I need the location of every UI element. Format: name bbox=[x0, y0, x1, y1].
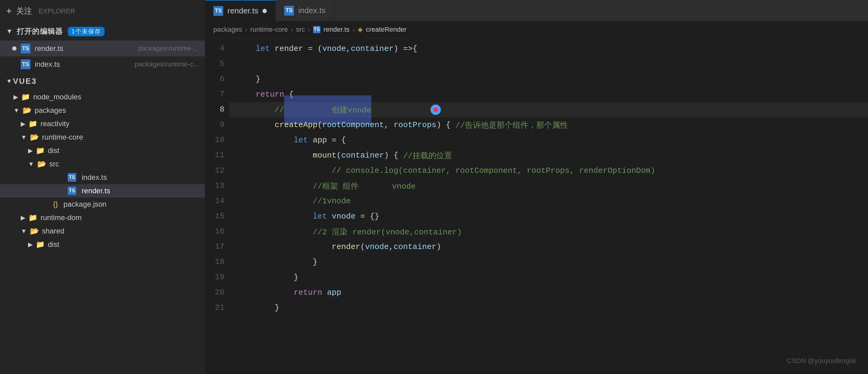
explorer-tree: ▼ VUE3 ▶ 📁 node_modules ▼ 📂 packages ▶ 📁… bbox=[0, 72, 205, 374]
add-icon[interactable]: + bbox=[6, 5, 12, 17]
line-num-9: 9 bbox=[210, 117, 224, 133]
line-num-13: 13 bbox=[210, 178, 224, 193]
dist-shared-chevron-icon: ▶ bbox=[28, 241, 33, 248]
breadcrumb-sep3: › bbox=[308, 26, 310, 33]
code-token: rootComponent bbox=[322, 120, 384, 129]
code-token: app = { bbox=[308, 136, 346, 145]
code-token: } bbox=[237, 75, 260, 84]
dist-shared-folder-icon: 📁 bbox=[36, 240, 45, 249]
sidebar-item-package-json[interactable]: {} package.json bbox=[0, 197, 205, 211]
sidebar-item-index-ts[interactable]: TS index.ts bbox=[0, 171, 205, 184]
code-token: vnode bbox=[332, 212, 355, 221]
line-num-15: 15 bbox=[210, 209, 224, 224]
code-token: ) { bbox=[436, 120, 455, 129]
code-content[interactable]: let render = ( vnode , container ) =>{ }… bbox=[229, 38, 868, 374]
breadcrumb-src[interactable]: src bbox=[296, 26, 305, 34]
open-filename-index: index.ts bbox=[35, 60, 130, 69]
code-token: let bbox=[255, 44, 270, 53]
tab-index-ts-icon: TS bbox=[284, 6, 294, 15]
code-token: , bbox=[346, 44, 351, 53]
sidebar-item-shared[interactable]: ▼ 📂 shared bbox=[0, 224, 205, 238]
code-editor[interactable]: 4 5 6 7 8 9 10 11 12 13 14 15 16 17 18 1… bbox=[205, 38, 868, 374]
sidebar-item-node-modules[interactable]: ▶ 📁 node_modules bbox=[0, 90, 205, 104]
code-token: //1vnode bbox=[237, 196, 351, 206]
code-token: vnode bbox=[322, 44, 346, 53]
code-token: //告诉他是那个组件，那个属性 bbox=[456, 120, 568, 130]
sidebar-item-runtime-core[interactable]: ▼ 📂 runtime-core bbox=[0, 130, 205, 144]
code-token bbox=[237, 90, 255, 99]
code-token bbox=[327, 212, 332, 221]
breadcrumb-sep4: › bbox=[353, 26, 355, 33]
node-modules-chevron-icon: ▶ bbox=[13, 93, 18, 101]
vue3-section-header[interactable]: ▼ VUE3 bbox=[0, 72, 205, 90]
reactivity-folder-icon: 📁 bbox=[28, 120, 37, 128]
tab-modified-dot bbox=[262, 9, 267, 13]
runtime-dom-label: runtime-dom bbox=[40, 213, 82, 222]
code-token: // console.log(container, rootComponent,… bbox=[237, 166, 655, 175]
packages-chevron-icon: ▼ bbox=[13, 107, 20, 114]
sidebar-item-reactivity[interactable]: ▶ 📁 reactivity bbox=[0, 117, 205, 130]
packages-folder-icon: 📂 bbox=[23, 106, 32, 115]
open-file-index-ts[interactable]: TS index.ts packages\runtime-c... bbox=[0, 56, 205, 72]
tab-render-ts-label: render.ts bbox=[227, 6, 258, 15]
code-token: mount bbox=[313, 151, 337, 160]
runtime-core-folder-icon: 📂 bbox=[30, 133, 39, 142]
code-token bbox=[237, 212, 313, 221]
code-token: let bbox=[293, 136, 308, 145]
line-numbers: 4 5 6 7 8 9 10 11 12 13 14 15 16 17 18 1… bbox=[205, 38, 229, 374]
line-num-5: 5 bbox=[210, 56, 224, 72]
line-num-16: 16 bbox=[210, 224, 224, 239]
explorer-label: EXPLORER bbox=[39, 7, 75, 15]
open-file-render-ts[interactable]: TS render.ts packages\runtime-... bbox=[0, 40, 205, 56]
sidebar-item-runtime-dom[interactable]: ▶ 📁 runtime-dom bbox=[0, 211, 205, 224]
ts-file-icon-index: TS bbox=[21, 59, 30, 69]
sidebar-item-src[interactable]: ▼ 📂 src bbox=[0, 157, 205, 171]
reactivity-label: reactivity bbox=[40, 120, 69, 128]
code-line-17: render ( vnode , container ) bbox=[229, 239, 868, 254]
code-line-18: } bbox=[229, 254, 868, 270]
code-token: 创建vnode bbox=[332, 106, 371, 115]
open-filepath-index: packages\runtime-c... bbox=[135, 60, 199, 68]
code-line-9: createApp ( rootComponent , rootProps ) … bbox=[229, 117, 868, 133]
open-editors-header[interactable]: ▼ 打开的编辑器 1个未保存 bbox=[0, 22, 205, 40]
code-line-5 bbox=[229, 56, 868, 72]
code-token: return bbox=[255, 90, 284, 99]
breadcrumb-render-ts[interactable]: render.ts bbox=[323, 26, 350, 34]
code-token: container bbox=[394, 242, 436, 251]
open-editors-section: ▼ 打开的编辑器 1个未保存 TS render.ts packages\run… bbox=[0, 22, 205, 72]
code-token: container bbox=[351, 44, 394, 53]
breadcrumb-runtime-core[interactable]: runtime-core bbox=[250, 26, 288, 34]
code-token: ( bbox=[360, 242, 365, 251]
node-modules-label: node_modules bbox=[33, 93, 81, 101]
cursor-inner-dot bbox=[434, 107, 438, 112]
line-num-20: 20 bbox=[210, 285, 224, 300]
breadcrumb-createrender[interactable]: createRender bbox=[366, 26, 406, 34]
sidebar-item-render-ts[interactable]: TS render.ts bbox=[0, 184, 205, 197]
sidebar-item-packages[interactable]: ▼ 📂 packages bbox=[0, 104, 205, 117]
editor-area: TS render.ts TS index.ts packages › runt… bbox=[205, 0, 868, 374]
code-token: ) bbox=[436, 242, 441, 251]
tab-bar: TS render.ts TS index.ts bbox=[205, 0, 868, 21]
sidebar-item-dist-core[interactable]: ▶ 📁 dist bbox=[0, 144, 205, 157]
code-line-16: //2 渲染 render(vnode,container) bbox=[229, 224, 868, 239]
code-line-11: mount ( container ) { //挂载的位置 bbox=[229, 148, 868, 163]
code-token: // bbox=[237, 105, 284, 114]
code-token bbox=[237, 136, 293, 145]
code-token: //框架 组件 vnode bbox=[237, 181, 416, 191]
tab-index-ts[interactable]: TS index.ts bbox=[276, 0, 335, 21]
line-num-21: 21 bbox=[210, 300, 224, 315]
code-token bbox=[237, 120, 275, 129]
code-token: //2 渲染 render(vnode,container) bbox=[237, 226, 462, 237]
code-token: app bbox=[327, 288, 341, 297]
sidebar-item-dist-shared[interactable]: ▶ 📁 dist bbox=[0, 238, 205, 251]
open-filename-render: render.ts bbox=[35, 44, 134, 53]
line-num-19: 19 bbox=[210, 270, 224, 285]
code-token: render bbox=[332, 242, 360, 251]
unsaved-badge: 1个未保存 bbox=[68, 27, 104, 36]
tab-render-ts[interactable]: TS render.ts bbox=[205, 0, 276, 21]
modified-dot bbox=[12, 46, 17, 51]
runtime-dom-chevron-icon: ▶ bbox=[21, 214, 25, 221]
breadcrumb-packages[interactable]: packages bbox=[213, 26, 242, 34]
code-token: rootProps bbox=[394, 120, 436, 129]
reactivity-chevron-icon: ▶ bbox=[21, 120, 25, 127]
